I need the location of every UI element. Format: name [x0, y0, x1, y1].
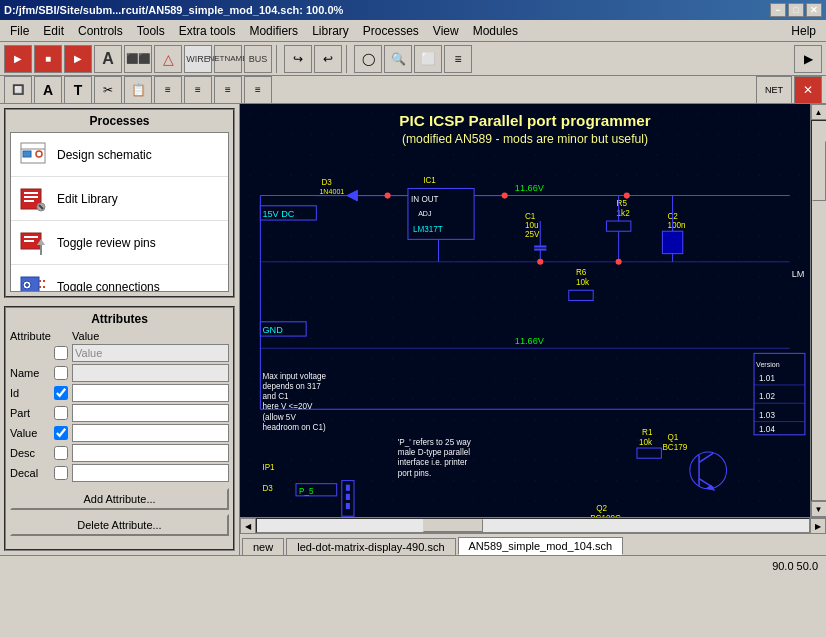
toolbar2-btn-net[interactable]: NET — [756, 76, 792, 104]
schematic-with-scroll: PIC ICSP Parallel port programmer (modif… — [240, 104, 826, 517]
toolbar-btn-text[interactable]: A — [94, 45, 122, 73]
attr-checkbox-decal[interactable] — [54, 466, 68, 480]
toolbar-sep-1 — [276, 45, 280, 73]
maximize-button[interactable]: □ — [788, 3, 804, 17]
attr-input-attribute[interactable]: Value — [72, 344, 229, 362]
attr-header-row: Attribute Value — [10, 330, 229, 342]
attr-col1-header: Attribute — [10, 330, 50, 342]
close-button[interactable]: ✕ — [806, 3, 822, 17]
tab-new[interactable]: new — [242, 538, 284, 555]
vscroll-down-button[interactable]: ▼ — [811, 501, 827, 517]
attributes-title: Attributes — [10, 312, 229, 326]
vscroll-thumb[interactable] — [812, 141, 826, 201]
svg-text:11.66V: 11.66V — [515, 183, 545, 193]
toolbar2-btn-scissors[interactable]: ✂ — [94, 76, 122, 104]
toolbar2-btn-lines3[interactable]: ≡ — [214, 76, 242, 104]
toggle-connections-icon — [17, 271, 49, 293]
tab-an589[interactable]: AN589_simple_mod_104.sch — [458, 537, 624, 555]
tab-led[interactable]: led-dot-matrix-display-490.sch — [286, 538, 455, 555]
svg-rect-6 — [24, 196, 38, 198]
toolbar-sep-2 — [346, 45, 350, 73]
menu-library[interactable]: Library — [306, 22, 355, 40]
toolbar2-btn-A[interactable]: A — [34, 76, 62, 104]
hscroll-thumb[interactable] — [423, 519, 483, 532]
svg-rect-7 — [24, 200, 34, 202]
toolbar-btn-pin[interactable]: ↪ — [284, 45, 312, 73]
toolbar-btn-triangle-outline[interactable]: △ — [154, 45, 182, 73]
attr-label-decal: Decal — [10, 467, 50, 479]
toolbar-btn-zoom[interactable]: 🔍 — [384, 45, 412, 73]
hscroll-left-button[interactable]: ◀ — [240, 518, 256, 534]
process-toggle-connections[interactable]: Toggle connections — [11, 265, 228, 292]
attr-input-part[interactable]: 1 — [72, 404, 229, 422]
hscroll-track[interactable] — [256, 518, 810, 533]
attr-label-id: Id — [10, 387, 50, 399]
svg-text:GND: GND — [262, 325, 283, 335]
schematic-area[interactable]: PIC ICSP Parallel port programmer (modif… — [240, 104, 810, 517]
toolbar-btn-square[interactable]: ⬜ — [414, 45, 442, 73]
menu-modifiers[interactable]: Modifiers — [243, 22, 304, 40]
toolbar2-btn-lines1[interactable]: ≡ — [154, 76, 182, 104]
toolbar-btn-circle[interactable]: ◯ — [354, 45, 382, 73]
minimize-button[interactable]: − — [770, 3, 786, 17]
toolbar2-btn-select[interactable]: 🔲 — [4, 76, 32, 104]
process-design-schematic[interactable]: Design schematic — [11, 133, 228, 177]
menu-view[interactable]: View — [427, 22, 465, 40]
menu-controls[interactable]: Controls — [72, 22, 129, 40]
attr-checkbox-id[interactable] — [54, 386, 68, 400]
attr-label-value: Value — [10, 427, 50, 439]
attr-input-decal[interactable]: TO92 — [72, 464, 229, 482]
svg-text:10u: 10u — [525, 221, 539, 230]
attr-checkbox-part[interactable] — [54, 406, 68, 420]
delete-attribute-button[interactable]: Delete Attribute... — [10, 514, 229, 536]
toolbar-btn-pin2[interactable]: ↩ — [314, 45, 342, 73]
toolbar-btn-bus[interactable]: BUS — [244, 45, 272, 73]
toggle-review-pins-icon — [17, 227, 49, 259]
vscroll-track[interactable] — [811, 120, 827, 501]
toolbar-btn-pointer[interactable]: ▶ — [4, 45, 32, 73]
add-attribute-button[interactable]: Add Attribute... — [10, 488, 229, 510]
menu-file[interactable]: File — [4, 22, 35, 40]
menu-help[interactable]: Help — [785, 22, 822, 40]
menu-tools[interactable]: Tools — [131, 22, 171, 40]
toolbar2-btn-lines4[interactable]: ≡ — [244, 76, 272, 104]
process-edit-library[interactable]: Edit Library — [11, 177, 228, 221]
status-bar: 90.0 50.0 — [0, 555, 826, 575]
attr-row-value: Value BC179 — [10, 424, 229, 442]
status-coords: 90.0 50.0 — [772, 560, 818, 572]
toolbar-btn-columns[interactable]: ⬛⬛ — [124, 45, 152, 73]
attr-input-name[interactable]: BC213L — [72, 364, 229, 382]
toolbar2-btn-clipboard[interactable]: 📋 — [124, 76, 152, 104]
vscroll-up-button[interactable]: ▲ — [811, 104, 827, 120]
process-edit-library-label: Edit Library — [57, 192, 118, 206]
menu-modules[interactable]: Modules — [467, 22, 524, 40]
toolbar2-btn-lines2[interactable]: ≡ — [184, 76, 212, 104]
hscroll-right-button[interactable]: ▶ — [810, 518, 826, 534]
svg-text:Q1: Q1 — [668, 433, 679, 442]
attr-checkbox-name[interactable] — [54, 366, 68, 380]
menu-edit[interactable]: Edit — [37, 22, 70, 40]
svg-text:port pins.: port pins. — [398, 469, 431, 478]
svg-text:R1: R1 — [642, 428, 653, 437]
toolbar-btn-next[interactable]: ▶ — [794, 45, 822, 73]
toolbar-btn-triangle-red[interactable]: ▶ — [64, 45, 92, 73]
toolbar2-btn-T[interactable]: T — [64, 76, 92, 104]
design-schematic-icon — [17, 139, 49, 171]
toolbar-btn-netname[interactable]: NETNAME — [214, 45, 242, 73]
attr-label-part: Part — [10, 407, 50, 419]
menu-extra-tools[interactable]: Extra tools — [173, 22, 242, 40]
attr-input-id[interactable]: Q1 — [72, 384, 229, 402]
menu-processes[interactable]: Processes — [357, 22, 425, 40]
process-toggle-review-pins[interactable]: Toggle review pins — [11, 221, 228, 265]
attr-input-desc[interactable]: Low power PNP Transistor — [72, 444, 229, 462]
attr-checkbox-value[interactable] — [54, 426, 68, 440]
attr-label-name: Name — [10, 367, 50, 379]
svg-text:here V <=20V: here V <=20V — [262, 402, 313, 411]
toolbar-btn-lines[interactable]: ≡ — [444, 45, 472, 73]
attr-checkbox-attribute[interactable] — [54, 346, 68, 360]
toolbar-btn-rect[interactable]: ■ — [34, 45, 62, 73]
svg-text:IC1: IC1 — [423, 176, 436, 185]
attr-input-value[interactable]: BC179 — [72, 424, 229, 442]
toolbar2-btn-close[interactable]: ✕ — [794, 76, 822, 104]
attr-checkbox-desc[interactable] — [54, 446, 68, 460]
